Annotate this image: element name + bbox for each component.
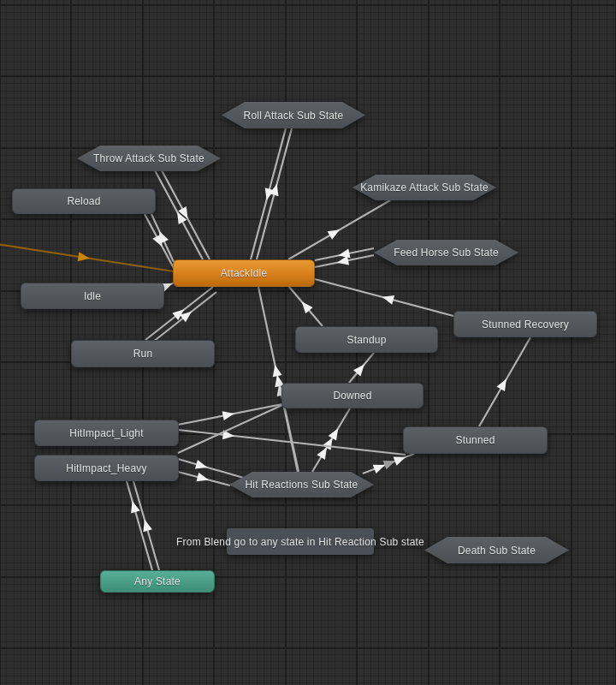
state-node-comment-note[interactable]: From Blend go to any state in Hit Reacti…	[227, 528, 374, 555]
state-node-standup[interactable]: Standup	[295, 326, 438, 353]
transition-arrowhead	[323, 438, 333, 450]
transition-arrowhead	[143, 520, 152, 532]
state-label: Standup	[346, 334, 386, 346]
transition-arrowhead	[222, 411, 234, 420]
state-node-any-state[interactable]: Any State	[100, 570, 215, 593]
state-label: Throw Attack Sub State	[93, 152, 204, 164]
state-label: Run	[133, 348, 153, 360]
sub-state-hexagon: Feed Horse Sub State	[374, 240, 518, 265]
state-label: Hit Reactions Sub State	[245, 479, 358, 491]
state-node-attack-idle[interactable]: AttackIdle	[173, 259, 315, 287]
state-label: From Blend go to any state in Hit Reacti…	[176, 536, 424, 548]
state-label: Roll Attack Sub State	[244, 110, 344, 122]
state-node-downed[interactable]: Downed	[281, 383, 424, 408]
state-label: Downed	[333, 390, 371, 402]
transition-arrowhead	[195, 460, 207, 469]
state-box: Idle	[21, 283, 164, 309]
state-node-reload[interactable]: Reload	[12, 188, 156, 214]
animator-graph-canvas[interactable]: Roll Attack Sub StateThrow Attack Sub St…	[0, 0, 616, 685]
transition-line-hitheavy-to-downed[interactable]	[178, 405, 282, 453]
state-label: Feed Horse Sub State	[394, 247, 499, 259]
transition-line-hitlight-to-stunned[interactable]	[178, 430, 406, 455]
transition-arrowhead	[131, 501, 140, 513]
transition-arrowhead	[337, 256, 349, 265]
state-label: Idle	[84, 290, 101, 302]
state-node-stunned-recovery[interactable]: Stunned Recovery	[453, 311, 597, 337]
state-node-hitimpact-heavy[interactable]: HitImpact_Heavy	[34, 455, 179, 481]
transition-arrowhead	[273, 365, 282, 377]
state-node-throw-attack-sub-state[interactable]: Throw Attack Sub State	[77, 146, 221, 171]
state-node-hitimpact-light[interactable]: HitImpact_Light	[34, 420, 179, 446]
state-box: Standup	[295, 326, 438, 353]
state-box: Reload	[12, 188, 156, 214]
state-node-roll-attack-sub-state[interactable]: Roll Attack Sub State	[222, 102, 365, 128]
transition-arrowhead	[382, 295, 394, 305]
state-label: HitImpact_Light	[69, 427, 143, 439]
sub-state-hexagon: Throw Attack Sub State	[77, 146, 221, 171]
state-node-stunned[interactable]: Stunned	[403, 426, 548, 454]
state-label: AttackIdle	[221, 267, 268, 279]
state-label: Stunned Recovery	[482, 319, 569, 331]
state-box: Run	[71, 340, 215, 367]
state-node-death-sub-state[interactable]: Death Sub State	[424, 537, 569, 563]
state-box: AttackIdle	[173, 259, 315, 287]
state-box: Stunned	[403, 426, 548, 454]
transition-arrowhead	[383, 461, 396, 469]
state-box: From Blend go to any state in Hit Reacti…	[227, 528, 374, 555]
state-box: HitImpact_Heavy	[34, 455, 179, 481]
state-node-hit-reactions-sub-state[interactable]: Hit Reactions Sub State	[229, 472, 374, 497]
state-label: Kamikaze Attack Sub State	[360, 182, 489, 194]
state-box: Downed	[281, 383, 424, 408]
state-label: Stunned	[455, 434, 495, 446]
state-box: Any State	[100, 570, 215, 593]
state-label: Any State	[134, 575, 181, 587]
state-box: Stunned Recovery	[453, 311, 597, 337]
state-node-run[interactable]: Run	[71, 340, 215, 367]
state-node-kamikaze-attack-sub-state[interactable]: Kamikaze Attack Sub State	[352, 175, 496, 200]
sub-state-hexagon: Roll Attack Sub State	[222, 102, 365, 128]
transition-arrowhead	[496, 379, 506, 391]
state-node-feed-horse-sub-state[interactable]: Feed Horse Sub State	[374, 240, 518, 265]
transition-line-downed-to-hitreactions[interactable]	[285, 408, 299, 472]
state-node-idle[interactable]: Idle	[21, 283, 164, 309]
state-label: Death Sub State	[458, 545, 536, 557]
state-label: HitImpact_Heavy	[66, 462, 146, 474]
sub-state-hexagon: Kamikaze Attack Sub State	[352, 175, 496, 200]
transition-arrowhead	[328, 229, 340, 240]
transition-arrowhead	[78, 252, 90, 261]
transition-arrowhead	[373, 465, 386, 474]
transition-arrowhead	[329, 428, 339, 440]
sub-state-hexagon: Hit Reactions Sub State	[229, 472, 374, 497]
transition-arrowhead	[394, 456, 406, 465]
state-box: HitImpact_Light	[34, 420, 179, 446]
transition-arrowhead	[317, 447, 327, 459]
transition-arrowhead	[338, 248, 350, 258]
sub-state-hexagon: Death Sub State	[424, 537, 569, 563]
state-label: Reload	[67, 195, 100, 207]
